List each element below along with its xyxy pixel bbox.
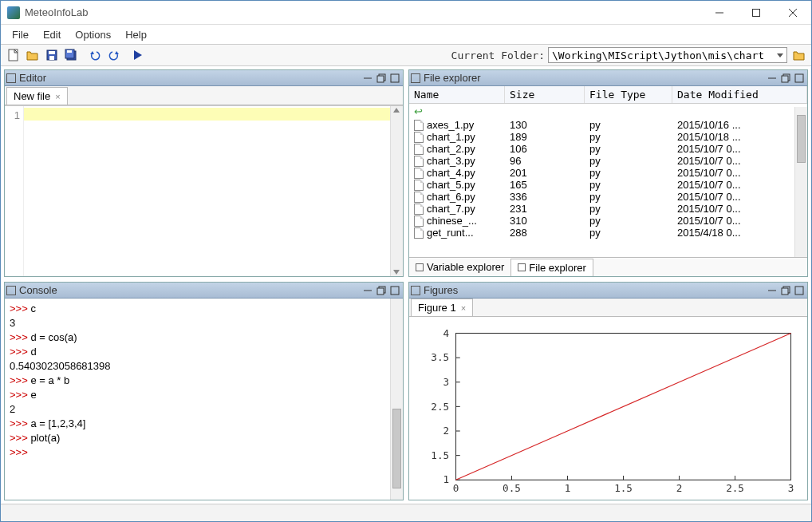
svg-text:0: 0: [453, 482, 459, 494]
close-tab-icon[interactable]: ×: [55, 92, 60, 101]
console-line: 3: [10, 316, 403, 330]
svg-text:1.5: 1.5: [614, 482, 633, 494]
svg-text:2: 2: [443, 425, 450, 437]
file-explorer-title: File explorer: [424, 72, 765, 84]
col-type[interactable]: File Type: [585, 86, 672, 103]
file-icon: [414, 132, 424, 143]
toolbar: Current Folder:: [1, 44, 811, 66]
app-title: MeteoInfoLab: [25, 6, 701, 18]
minimize-panel-icon[interactable]: [766, 284, 778, 297]
figure-tab[interactable]: Figure 1 ×: [411, 299, 473, 316]
app-icon: [7, 6, 20, 19]
file-table[interactable]: Name Size File Type Date Modified ↩ axes…: [409, 86, 807, 257]
col-date[interactable]: Date Modified: [672, 86, 807, 103]
maximize-panel-icon[interactable]: [793, 284, 806, 297]
menubar: File Edit Options Help: [1, 25, 811, 44]
run-icon[interactable]: [129, 46, 147, 64]
editor-scrollbar[interactable]: [390, 106, 403, 276]
svg-text:2.5: 2.5: [726, 482, 744, 494]
restore-panel-icon[interactable]: [375, 72, 388, 85]
panel-icon: [6, 286, 16, 295]
table-row[interactable]: chart_7.py231py2015/10/7 0...: [409, 203, 807, 215]
col-name[interactable]: Name: [409, 86, 505, 103]
panel-icon: [411, 286, 420, 295]
code-editor[interactable]: [24, 106, 403, 276]
svg-rect-22: [391, 287, 399, 295]
panel-icon: [411, 73, 420, 83]
svg-rect-1: [753, 9, 760, 16]
close-button[interactable]: [775, 1, 811, 25]
table-row[interactable]: chart_4.py201py2015/10/7 0...: [409, 167, 807, 179]
maximize-panel-icon[interactable]: [793, 72, 806, 85]
minimize-panel-icon[interactable]: [766, 72, 778, 85]
close-tab-icon[interactable]: ×: [461, 303, 466, 313]
file-icon: [414, 192, 424, 203]
menu-file[interactable]: File: [6, 27, 35, 42]
editor-tab-label: New file: [14, 90, 50, 102]
figure-tab-label: Figure 1: [418, 302, 456, 314]
save-all-icon[interactable]: [62, 46, 80, 64]
maximize-panel-icon[interactable]: [388, 72, 401, 85]
console-line: >>>: [10, 445, 403, 460]
tab-variable-explorer[interactable]: Variable explorer: [409, 259, 510, 275]
figures-title: Figures: [424, 284, 765, 296]
svg-text:3: 3: [443, 376, 450, 388]
file-explorer-panel: File explorer Name Size File Type Date M…: [408, 69, 808, 277]
restore-panel-icon[interactable]: [779, 72, 792, 85]
menu-options[interactable]: Options: [69, 27, 117, 42]
svg-text:2.5: 2.5: [431, 401, 449, 413]
minimize-panel-icon[interactable]: [361, 72, 374, 85]
file-icon: [414, 120, 424, 131]
new-file-icon[interactable]: [5, 46, 22, 64]
console-panel: Console >>> c3>>> d = cos(a)>>> d0.54030…: [4, 282, 404, 500]
redo-icon[interactable]: [105, 46, 123, 64]
file-icon: [414, 156, 424, 167]
svg-rect-10: [67, 50, 72, 53]
browse-folder-icon[interactable]: [790, 46, 808, 64]
table-row[interactable]: chart_5.py165py2015/10/7 0...: [409, 179, 807, 191]
col-size[interactable]: Size: [505, 86, 585, 103]
editor-tab[interactable]: New file ×: [6, 87, 68, 105]
line-chart: 00.511.522.5311.522.533.54: [414, 325, 799, 500]
table-row[interactable]: chart_1.py189py2015/10/18 ...: [409, 131, 807, 143]
minimize-panel-icon[interactable]: [361, 284, 374, 297]
svg-rect-6: [49, 51, 55, 54]
file-icon: [414, 144, 424, 155]
parent-folder-icon[interactable]: ↩: [409, 104, 807, 119]
save-icon[interactable]: [43, 46, 61, 64]
table-row[interactable]: axes_1.py130py2015/10/16 ...: [409, 119, 807, 131]
restore-panel-icon[interactable]: [375, 284, 388, 297]
console-title: Console: [19, 284, 361, 296]
console-output[interactable]: >>> c3>>> d = cos(a)>>> d0.5403023058681…: [5, 299, 403, 500]
minimize-button[interactable]: [701, 1, 738, 25]
file-icon: [414, 216, 424, 227]
table-row[interactable]: chart_2.py106py2015/10/7 0...: [409, 143, 807, 155]
tab-file-explorer[interactable]: File explorer: [510, 259, 593, 277]
menu-edit[interactable]: Edit: [37, 27, 67, 42]
editor-title: Editor: [19, 72, 361, 84]
table-row[interactable]: chinese_...310py2015/10/7 0...: [409, 215, 807, 227]
svg-text:3.5: 3.5: [431, 351, 449, 363]
file-icon: [414, 180, 424, 191]
svg-rect-21: [377, 288, 384, 295]
file-scrollbar[interactable]: [794, 107, 807, 257]
table-row[interactable]: chart_3.py96py2015/10/7 0...: [409, 155, 807, 167]
console-line: 0.5403023058681398: [10, 359, 403, 374]
open-file-icon[interactable]: [24, 46, 41, 64]
console-line: >>> e = a * b: [10, 374, 403, 388]
maximize-panel-icon[interactable]: [388, 284, 401, 297]
console-line: >>> e: [10, 388, 403, 402]
file-icon: [414, 227, 424, 239]
table-row[interactable]: get_runt...288py2015/4/18 0...: [409, 227, 807, 239]
maximize-button[interactable]: [738, 1, 775, 25]
figures-panel: Figures Figure 1 × 00.511.522.5311.522.5…: [408, 282, 808, 500]
table-row[interactable]: chart_6.py336py2015/10/7 0...: [409, 191, 807, 203]
undo-icon[interactable]: [86, 46, 104, 64]
console-scrollbar[interactable]: [390, 299, 403, 500]
restore-panel-icon[interactable]: [779, 284, 792, 297]
svg-text:3: 3: [788, 482, 794, 494]
svg-rect-26: [795, 287, 803, 295]
menu-help[interactable]: Help: [119, 27, 153, 42]
console-line: >>> plot(a): [10, 431, 403, 445]
current-folder-input[interactable]: [548, 47, 787, 63]
